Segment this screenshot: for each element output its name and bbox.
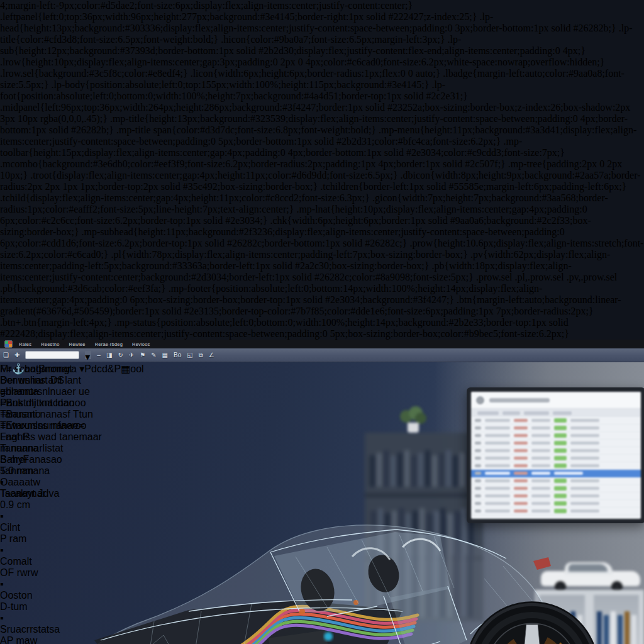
menu-item[interactable]: Revloos [132, 341, 150, 347]
main-toolbar: ❏✚▾–◨↻✈⚑✎▦Bo◱⧉∠ [0, 348, 644, 362]
refresh-icon[interactable]: ↻ [118, 352, 123, 358]
minus-icon[interactable]: – [97, 352, 101, 358]
combo-dropdown-icon[interactable]: ▾ [85, 351, 91, 359]
tail-accent [533, 557, 551, 570]
binoculars-icon[interactable]: Bo [174, 352, 181, 358]
zoom-combo-input[interactable] [25, 351, 79, 359]
flag-icon[interactable]: ⚑ [140, 352, 145, 358]
grid-icon[interactable]: ▦ [162, 352, 168, 358]
wireframe-car [16, 525, 599, 644]
menu-item[interactable]: Rales [19, 341, 31, 347]
scene-render [0, 340, 644, 644]
screen: RalesReestnoRewieeRerae-rbdegRevloos ❏✚▾… [0, 340, 644, 644]
menu-item[interactable]: Rerae-rbdeg [95, 341, 123, 347]
menu-items: RalesReestnoRewieeRerae-rbdegRevloos [19, 341, 160, 347]
counter-icon[interactable]: ⧉ [199, 352, 203, 358]
pen-icon[interactable]: ✎ [151, 352, 156, 358]
slope-icon[interactable]: ∠ [209, 352, 214, 358]
window-icon[interactable]: ◱ [187, 352, 192, 358]
paste-icon[interactable]: ❏ [3, 352, 9, 358]
sensor-glow [324, 632, 333, 641]
app-logo-icon[interactable] [4, 340, 13, 348]
menu-bar: RalesReestnoRewieeRerae-rbdegRevloos [0, 340, 644, 348]
menu-item[interactable]: Rewiee [69, 341, 86, 347]
route-icon[interactable]: ✈ [129, 352, 134, 358]
menu-item[interactable]: Reestno [41, 341, 59, 347]
interior-accent [299, 608, 305, 614]
transform-icon[interactable]: ✚ [14, 352, 19, 358]
export-icon[interactable]: ◨ [106, 352, 112, 358]
